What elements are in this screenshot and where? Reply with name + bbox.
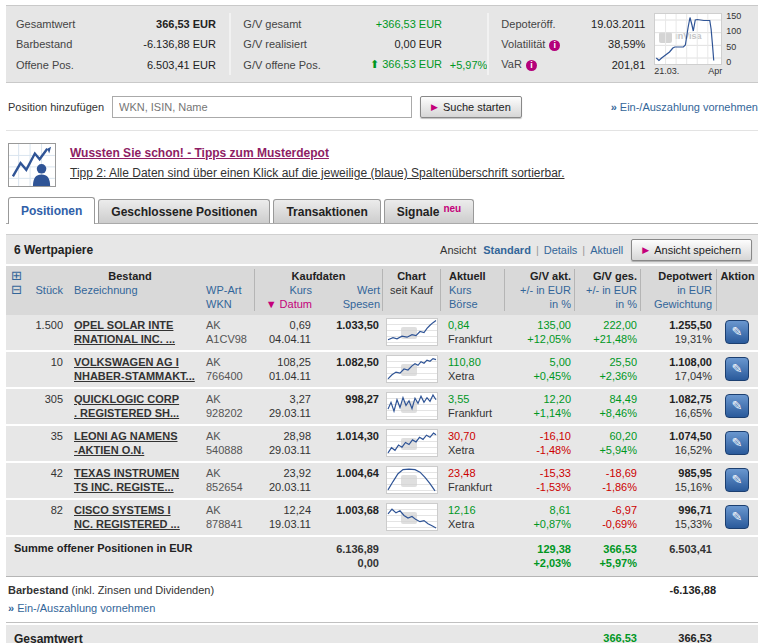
- security-name-link[interactable]: LEONI AG NAMENS: [74, 430, 178, 442]
- sum-gv-akt-eur: 129,38: [504, 542, 571, 556]
- exchange: Xetra: [448, 369, 504, 383]
- sparkline-chart[interactable]: [386, 318, 438, 346]
- gv-akt-eur: 135,00: [504, 318, 571, 332]
- weighting: 16,52%: [640, 443, 712, 457]
- buy-value: 1.004,64: [314, 466, 379, 480]
- gv-ges-eur: -6,97: [574, 503, 637, 517]
- view-standard-link[interactable]: Standard: [483, 244, 531, 256]
- info-icon[interactable]: i: [549, 40, 560, 51]
- security-name-link[interactable]: VOLKSWAGEN AG I: [74, 356, 179, 368]
- view-aktuell-link[interactable]: Aktuell: [590, 244, 623, 256]
- cash-value: -6.136,88: [670, 584, 716, 596]
- sparkline-chart[interactable]: [386, 392, 438, 420]
- security-name-link[interactable]: TS INC. REGISTE...: [74, 481, 174, 493]
- edit-position-button[interactable]: ✎: [725, 320, 749, 344]
- header-spesen[interactable]: Spesen: [315, 297, 383, 311]
- header-bezeichnung[interactable]: Bezeichnung: [66, 283, 202, 297]
- payin-payout-link-top[interactable]: »Ein-/Auszahlung vornehmen: [611, 101, 758, 113]
- pencil-icon: ✎: [732, 324, 743, 339]
- save-view-button[interactable]: ▶Ansicht speichern: [631, 239, 752, 261]
- buy-date: 20.03.11: [254, 480, 311, 494]
- tab-signale[interactable]: Signaleneu: [384, 199, 474, 223]
- sparkline-chart[interactable]: [386, 466, 438, 494]
- tab-geschlossene-positionen[interactable]: Geschlossene Positionen: [98, 199, 270, 223]
- buy-value: 1.003,68: [314, 503, 379, 517]
- security-name-link[interactable]: NC. REGISTERED ...: [74, 518, 180, 530]
- sparkline-chart[interactable]: [386, 429, 438, 457]
- buy-date: 29.03.11: [254, 406, 311, 420]
- current-price: 12,16: [448, 503, 504, 517]
- sparkline-chart[interactable]: [386, 503, 438, 531]
- qty: 305: [6, 392, 63, 406]
- current-price: 0,84: [448, 318, 504, 332]
- gv-realisiert-label: G/V realisiert: [243, 38, 332, 50]
- collapse-all-icon[interactable]: ⊟: [11, 283, 22, 297]
- tips-body: Tipp 2: Alle Daten sind über einen Klick…: [70, 166, 565, 180]
- security-name-link[interactable]: -AKTIEN O.N.: [74, 444, 144, 456]
- gesamtwert-value: 366,53 EUR: [120, 18, 216, 30]
- sparkline-chart[interactable]: [386, 355, 438, 383]
- info-icon[interactable]: i: [526, 60, 537, 71]
- var-value: 201,81: [579, 59, 645, 71]
- edit-position-button[interactable]: ✎: [725, 505, 749, 529]
- header-boerse[interactable]: Börse: [441, 297, 504, 311]
- header-wert[interactable]: Wert: [315, 283, 383, 297]
- gv-realisiert-value: 0,00 EUR: [332, 38, 442, 50]
- security-name-link[interactable]: CISCO SYSTEMS I: [74, 504, 171, 516]
- gesamtwert-label: Gesamtwert: [16, 18, 120, 30]
- chart-x-axis: 21.03. Apr: [654, 66, 722, 76]
- edit-position-button[interactable]: ✎: [725, 431, 749, 455]
- header-gv-ges-eur[interactable]: +/- in EUR: [575, 283, 640, 297]
- gv-gesamt-label: G/V gesamt: [243, 18, 332, 30]
- header-gv-akt-pct[interactable]: in %: [505, 297, 574, 311]
- tips-title-link[interactable]: Wussten Sie schon! - Tipps zum Musterdep…: [70, 146, 329, 160]
- security-name-link[interactable]: OPEL SOLAR INTE: [74, 319, 173, 331]
- edit-position-button[interactable]: ✎: [725, 394, 749, 418]
- view-details-link[interactable]: Details: [544, 244, 578, 256]
- sum-label: Summe offener Positionen in EUR: [6, 542, 254, 570]
- summary-row-gv-realisiert: G/V realisiert 0,00 EUR: [243, 36, 487, 53]
- wkn-isin-search-input[interactable]: [112, 96, 412, 118]
- depot-value: 996,71: [640, 503, 712, 517]
- edit-position-button[interactable]: ✎: [725, 468, 749, 492]
- header-wkn[interactable]: WKN: [202, 297, 254, 311]
- security-name-link[interactable]: . REGISTERED SH...: [74, 407, 179, 419]
- exchange: Xetra: [448, 443, 504, 457]
- sum-wert: 6.136,89: [314, 542, 379, 556]
- qty: 82: [6, 503, 63, 517]
- weighting: 19,31%: [640, 332, 712, 346]
- position-row: 1.500 OPEL SOLAR INTERNATIONAL INC. ... …: [6, 315, 758, 352]
- header-kurs[interactable]: Kurs: [255, 283, 315, 297]
- header-group-kaufdaten: Kaufdaten Kurs Wert ▼ Datum Spesen: [254, 269, 382, 311]
- header-wp-art[interactable]: WP-Art: [202, 283, 254, 297]
- header-group-gv-akt: G/V akt. +/- in EUR in %: [504, 269, 574, 311]
- security-name-link[interactable]: QUICKLOGIC CORP: [74, 393, 179, 405]
- header-gewichtung[interactable]: Gewichtung: [641, 297, 716, 311]
- exchange: Xetra: [448, 517, 504, 531]
- header-gv-ges-pct[interactable]: in %: [575, 297, 640, 311]
- tab-transaktionen[interactable]: Transaktionen: [273, 199, 380, 223]
- header-datum-sorted[interactable]: ▼ Datum: [255, 297, 315, 311]
- payin-payout-link-bottom[interactable]: »Ein-/Auszahlung vornehmen: [8, 602, 155, 614]
- summary-row-var: VaRi 201,81: [501, 56, 646, 73]
- offene-pos-label: Offene Pos.: [16, 59, 120, 71]
- exchange: Frankfurt: [448, 406, 504, 420]
- security-name-link[interactable]: RNATIONAL INC. ...: [74, 333, 175, 345]
- position-row: 305 QUICKLOGIC CORP. REGISTERED SH... AK…: [6, 389, 758, 426]
- search-start-button[interactable]: ▶Suche starten: [420, 96, 522, 118]
- qty: 42: [6, 466, 63, 480]
- edit-position-button[interactable]: ✎: [725, 357, 749, 381]
- pencil-icon: ✎: [732, 509, 743, 524]
- buy-price: 12,24: [254, 503, 311, 517]
- open-positions-sum-row: Summe offener Positionen in EUR 6.136,89…: [6, 537, 758, 577]
- header-gv-akt-eur[interactable]: +/- in EUR: [505, 283, 574, 297]
- expand-all-icon[interactable]: ⊞: [11, 269, 22, 283]
- security-name-link[interactable]: NHABER-STAMMAKT...: [74, 370, 195, 382]
- header-in-eur[interactable]: in EUR: [641, 283, 716, 297]
- gv-akt-pct: +0,87%: [504, 517, 571, 531]
- header-akt-kurs[interactable]: Kurs: [441, 283, 504, 297]
- summary-values-column: Gesamtwert 366,53 EUR Barbestand -6.136,…: [16, 13, 229, 75]
- tab-positionen[interactable]: Positionen: [8, 197, 95, 224]
- wkn: 928202: [206, 406, 254, 420]
- security-name-link[interactable]: TEXAS INSTRUMEN: [74, 467, 179, 479]
